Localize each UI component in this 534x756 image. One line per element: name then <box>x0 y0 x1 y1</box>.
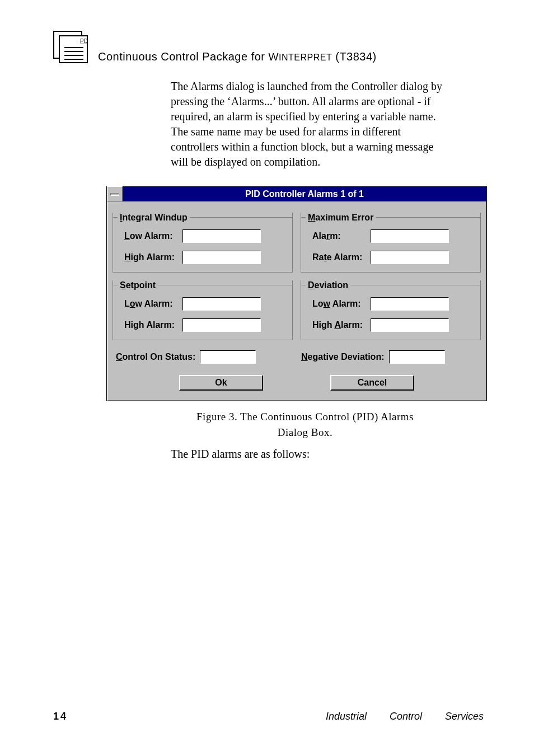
group-setpoint: Setpoint Low Alarm: High Alarm: <box>113 280 293 340</box>
group-maximum-error: Maximum Error Alarm: Rate Alarm: <box>301 213 481 273</box>
ok-button[interactable]: Ok <box>179 375 263 391</box>
input-integral-high[interactable] <box>182 251 261 264</box>
document-icon: PD <box>53 31 88 63</box>
label-deviation-low: Low Alarm: <box>312 299 371 309</box>
input-max-alarm[interactable] <box>371 229 449 243</box>
input-setpoint-high[interactable] <box>182 318 261 332</box>
label-deviation-high: High Alarm: <box>312 320 371 330</box>
footer-company: Industrial Control Services <box>326 711 484 722</box>
label-control-on-status: Control On Status: <box>116 352 195 362</box>
label-negative-deviation: Negative Deviation: <box>301 352 385 362</box>
label-rate-alarm: Rate Alarm: <box>312 252 371 262</box>
group-legend-max: Maximum Error <box>306 213 376 223</box>
input-negative-deviation[interactable] <box>389 350 445 364</box>
page-header: Continuous Control Package for WINTERPRE… <box>98 31 484 63</box>
input-setpoint-low[interactable] <box>182 297 261 311</box>
intro-paragraph: The Alarms dialog is launched from the C… <box>171 79 451 170</box>
system-menu-icon[interactable] <box>107 186 123 202</box>
label-integral-low: Low Alarm: <box>124 231 182 241</box>
label-integral-high: High Alarm: <box>124 252 182 262</box>
cancel-button[interactable]: Cancel <box>330 375 414 391</box>
label-setpoint-high: High Alarm: <box>124 320 182 330</box>
dialog-titlebar: PID Controller Alarms 1 of 1 <box>107 187 486 201</box>
label-setpoint-low: Low Alarm: <box>124 299 182 309</box>
input-integral-low[interactable] <box>182 229 261 243</box>
group-legend-deviation: Deviation <box>306 280 350 290</box>
input-deviation-low[interactable] <box>371 297 449 311</box>
input-deviation-high[interactable] <box>371 318 449 332</box>
followup-paragraph: The PID alarms are as follows: <box>171 448 484 461</box>
group-legend-integral: Integral Windup <box>118 213 190 223</box>
group-integral-windup: Integral Windup Low Alarm: High Alarm: <box>113 213 293 273</box>
group-legend-setpoint: Setpoint <box>118 280 158 290</box>
label-max-alarm: Alarm: <box>312 231 371 241</box>
svg-text:PD: PD <box>80 38 88 44</box>
input-control-on-status[interactable] <box>200 350 256 364</box>
group-deviation: Deviation Low Alarm: High Alarm: <box>301 280 481 340</box>
dialog-title: PID Controller Alarms 1 of 1 <box>123 189 486 199</box>
page-number: 14 <box>53 711 68 722</box>
figure-caption: Figure 3. The Continuous Control (PID) A… <box>148 409 462 440</box>
input-rate-alarm[interactable] <box>371 251 449 264</box>
alarms-dialog: PID Controller Alarms 1 of 1 Integral Wi… <box>106 186 487 401</box>
